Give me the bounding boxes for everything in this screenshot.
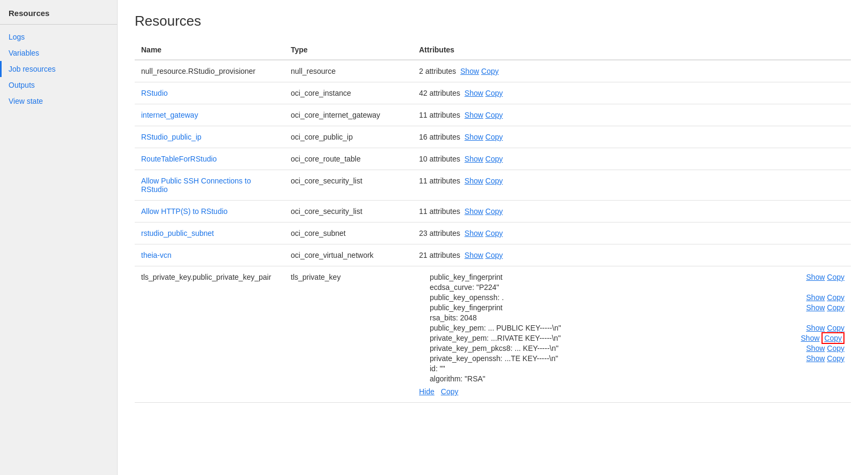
- resource-attrs-cell: 11 attributesShowCopy: [413, 104, 851, 126]
- attr-actions: ShowCopy: [804, 344, 844, 353]
- copy-link[interactable]: Copy: [827, 303, 844, 312]
- show-link[interactable]: Show: [464, 155, 483, 163]
- resource-name-cell: Allow HTTP(S) to RStudio: [135, 201, 284, 223]
- resource-name-cell: Allow Public SSH Connections to RStudio: [135, 170, 284, 201]
- copy-link[interactable]: Copy: [441, 387, 459, 396]
- resource-name-cell: RouteTableForRStudio: [135, 148, 284, 170]
- copy-link[interactable]: Copy: [827, 324, 844, 332]
- list-item: private_key_pem: ...RIVATE KEY-----\n"Sh…: [430, 334, 844, 342]
- sidebar-item-logs[interactable]: Logs: [0, 29, 117, 45]
- table-row: theia-vcnoci_core_virtual_network21 attr…: [135, 244, 851, 266]
- main-content: Resources Name Type Attributes null_reso…: [118, 0, 868, 475]
- attr-actions: ShowCopy: [804, 293, 844, 302]
- resource-attrs-cell: 11 attributesShowCopy: [413, 201, 851, 223]
- resource-name-cell: rstudio_public_subnet: [135, 223, 284, 244]
- resource-type-cell: oci_core_internet_gateway: [284, 104, 413, 126]
- resource-type-cell: oci_core_route_table: [284, 148, 413, 170]
- copy-link[interactable]: Copy: [481, 67, 499, 75]
- attr-text: algorithm: "RSA": [430, 374, 844, 383]
- show-link[interactable]: Show: [464, 229, 483, 238]
- resource-type-cell: tls_private_key: [284, 266, 413, 403]
- attr-list: public_key_fingerprintShowCopyecdsa_curv…: [419, 273, 844, 383]
- sidebar: Resources Logs Variables Job resources O…: [0, 0, 118, 475]
- show-link[interactable]: Show: [801, 334, 819, 342]
- copy-link[interactable]: Copy: [821, 332, 844, 344]
- copy-link[interactable]: Copy: [485, 207, 503, 216]
- copy-link[interactable]: Copy: [485, 155, 503, 163]
- show-link[interactable]: Show: [806, 354, 825, 363]
- resource-attrs-cell: public_key_fingerprintShowCopyecdsa_curv…: [413, 266, 851, 403]
- show-link[interactable]: Show: [806, 324, 825, 332]
- sidebar-item-view-state[interactable]: View state: [0, 93, 117, 109]
- resource-name-link[interactable]: RStudio: [141, 89, 168, 97]
- resource-name-link[interactable]: rstudio_public_subnet: [141, 229, 214, 238]
- copy-link[interactable]: Copy: [827, 344, 844, 353]
- list-item: private_key_pem_pkcs8: ... KEY-----\n"Sh…: [430, 344, 844, 353]
- hide-link[interactable]: Hide: [419, 387, 435, 396]
- resources-table: Name Type Attributes null_resource.RStud…: [135, 40, 851, 403]
- show-link[interactable]: Show: [806, 344, 825, 353]
- copy-link[interactable]: Copy: [485, 251, 503, 259]
- attr-count: 10 attributes: [419, 155, 460, 163]
- resource-type-cell: oci_core_virtual_network: [284, 244, 413, 266]
- resource-name-link[interactable]: internet_gateway: [141, 111, 198, 119]
- sidebar-item-job-resources[interactable]: Job resources: [0, 61, 117, 77]
- resource-name-cell: null_resource.RStudio_provisioner: [135, 60, 284, 82]
- page-title: Resources: [135, 13, 851, 29]
- list-item: rsa_bits: 2048: [430, 313, 844, 322]
- attr-text: rsa_bits: 2048: [430, 313, 844, 322]
- show-link[interactable]: Show: [460, 67, 479, 75]
- bottom-actions: HideCopy: [419, 387, 844, 396]
- show-link[interactable]: Show: [806, 273, 825, 281]
- table-row: RStudio_public_ipoci_core_public_ip16 at…: [135, 126, 851, 148]
- resource-name-link[interactable]: theia-vcn: [141, 251, 172, 259]
- resource-name-link[interactable]: Allow Public SSH Connections to RStudio: [141, 177, 251, 194]
- attr-count: 21 attributes: [419, 251, 460, 259]
- show-link[interactable]: Show: [464, 89, 483, 97]
- table-row: null_resource.RStudio_provisionernull_re…: [135, 60, 851, 82]
- show-link[interactable]: Show: [464, 207, 483, 216]
- copy-link[interactable]: Copy: [485, 111, 503, 119]
- list-item: public_key_fingerprintShowCopy: [430, 303, 844, 312]
- attr-count: 23 attributes: [419, 229, 460, 238]
- show-link[interactable]: Show: [464, 177, 483, 185]
- show-link[interactable]: Show: [806, 293, 825, 302]
- resource-name-link[interactable]: Allow HTTP(S) to RStudio: [141, 207, 228, 216]
- resource-type-cell: oci_core_instance: [284, 82, 413, 104]
- show-link[interactable]: Show: [464, 111, 483, 119]
- attr-count: 11 attributes: [419, 177, 460, 185]
- copy-link[interactable]: Copy: [485, 177, 503, 185]
- copy-link[interactable]: Copy: [485, 89, 503, 97]
- sidebar-item-variables[interactable]: Variables: [0, 45, 117, 61]
- resource-name-link[interactable]: RStudio_public_ip: [141, 133, 201, 141]
- copy-link[interactable]: Copy: [827, 273, 844, 281]
- copy-link[interactable]: Copy: [485, 133, 503, 141]
- attr-text: id: "": [430, 364, 844, 373]
- resource-type-cell: oci_core_security_list: [284, 201, 413, 223]
- table-row: tls_private_key.public_private_key_pairt…: [135, 266, 851, 403]
- attr-text: ecdsa_curve: "P224": [430, 283, 844, 292]
- copy-link[interactable]: Copy: [827, 354, 844, 363]
- attr-actions: ShowCopy: [804, 303, 844, 312]
- resource-attrs-cell: 2 attributesShowCopy: [413, 60, 851, 82]
- table-row: rstudio_public_subnetoci_core_subnet23 a…: [135, 223, 851, 244]
- attr-count: 11 attributes: [419, 111, 460, 119]
- list-item: algorithm: "RSA": [430, 374, 844, 383]
- resource-name-cell: RStudio: [135, 82, 284, 104]
- resource-type-cell: oci_core_public_ip: [284, 126, 413, 148]
- resource-type-cell: oci_core_subnet: [284, 223, 413, 244]
- attr-text: public_key_pem: ... PUBLIC KEY-----\n": [430, 324, 801, 332]
- show-link[interactable]: Show: [464, 251, 483, 259]
- copy-link[interactable]: Copy: [827, 293, 844, 302]
- resource-name-cell: theia-vcn: [135, 244, 284, 266]
- attr-text: private_key_pem_pkcs8: ... KEY-----\n": [430, 344, 801, 353]
- list-item: public_key_pem: ... PUBLIC KEY-----\n"Sh…: [430, 324, 844, 332]
- resource-attrs-cell: 23 attributesShowCopy: [413, 223, 851, 244]
- resource-name-link[interactable]: RouteTableForRStudio: [141, 155, 217, 163]
- resource-attrs-cell: 11 attributesShowCopy: [413, 170, 851, 201]
- copy-link[interactable]: Copy: [485, 229, 503, 238]
- table-row: RouteTableForRStudiooci_core_route_table…: [135, 148, 851, 170]
- show-link[interactable]: Show: [464, 133, 483, 141]
- show-link[interactable]: Show: [806, 303, 825, 312]
- sidebar-item-outputs[interactable]: Outputs: [0, 77, 117, 93]
